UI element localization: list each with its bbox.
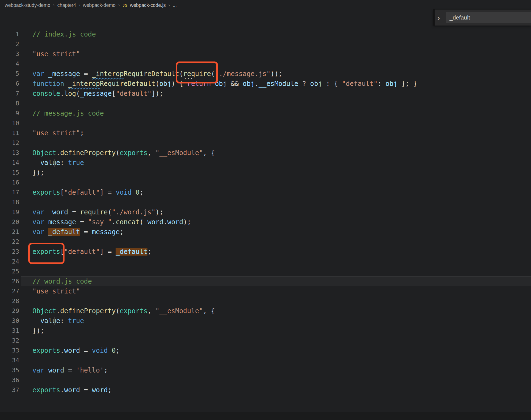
code-line[interactable]: 7console.log(_message["default"]); — [0, 89, 531, 99]
breadcrumb-item[interactable]: webpack-study-demo — [5, 2, 50, 8]
line-number[interactable]: 19 — [0, 207, 19, 217]
code-line[interactable]: 30 value: true — [0, 316, 531, 326]
code-text — [19, 99, 32, 108]
line-number[interactable]: 22 — [0, 237, 19, 247]
code-text — [19, 237, 32, 247]
code-text: console.log(_message["default"]); — [19, 89, 163, 99]
find-match-highlight: _default — [116, 248, 147, 256]
code-line[interactable]: 35var word = 'hello'; — [0, 365, 531, 375]
find-input[interactable] — [446, 12, 531, 23]
line-number[interactable]: 37 — [0, 385, 19, 395]
code-line[interactable]: 19var _word = require("./word.js"); — [0, 207, 531, 217]
line-number[interactable]: 12 — [0, 138, 19, 148]
line-number[interactable]: 25 — [0, 267, 19, 276]
code-line[interactable]: 17exports["default"] = void 0; — [0, 187, 531, 197]
code-line[interactable]: 10 — [0, 118, 531, 128]
code-line[interactable]: 8 — [0, 99, 531, 108]
code-text: "use strict" — [19, 49, 80, 59]
code-line[interactable]: 23exports["default"] = _default; — [0, 247, 531, 257]
line-number[interactable]: 29 — [0, 306, 19, 316]
code-text: function _interopRequireDefault(obj) { r… — [19, 79, 417, 89]
code-text — [19, 138, 32, 148]
line-number[interactable]: 21 — [0, 227, 19, 237]
code-text — [19, 257, 32, 267]
line-number[interactable]: 7 — [0, 89, 19, 99]
code-area[interactable]: 1// index.js code23"use strict"45var _me… — [0, 29, 531, 395]
code-line[interactable]: 11"use strict"; — [0, 128, 531, 138]
line-number[interactable]: 15 — [0, 168, 19, 178]
code-line[interactable]: 37exports.word = word; — [0, 385, 531, 395]
line-number[interactable]: 36 — [0, 375, 19, 385]
code-line[interactable]: 24 — [0, 257, 531, 267]
code-line[interactable]: 25 — [0, 267, 531, 276]
code-line[interactable]: 36 — [0, 375, 531, 385]
line-number[interactable]: 6 — [0, 79, 19, 89]
breadcrumb-separator-icon: › — [53, 3, 55, 8]
code-line[interactable]: 1// index.js code — [0, 29, 531, 39]
line-number[interactable]: 10 — [0, 118, 19, 128]
line-number[interactable]: 8 — [0, 99, 19, 108]
line-number[interactable]: 32 — [0, 336, 19, 346]
breadcrumb-item[interactable]: chapter4 — [57, 2, 76, 8]
code-text — [19, 59, 32, 69]
editor[interactable]: 1// index.js code23"use strict"45var _me… — [0, 29, 531, 395]
code-line[interactable]: 5var _message = _interopRequireDefault(r… — [0, 69, 531, 79]
code-line[interactable]: 4 — [0, 59, 531, 69]
line-number[interactable]: 27 — [0, 286, 19, 296]
code-line[interactable]: 21var _default = message; — [0, 227, 531, 237]
line-number[interactable]: 4 — [0, 59, 19, 69]
line-number[interactable]: 31 — [0, 326, 19, 336]
code-line[interactable]: 26// word.js code — [0, 276, 531, 286]
find-widget: › — [433, 10, 531, 26]
line-number[interactable]: 5 — [0, 69, 19, 79]
line-number[interactable]: 18 — [0, 197, 19, 207]
line-number[interactable]: 30 — [0, 316, 19, 326]
line-number[interactable]: 14 — [0, 158, 19, 168]
code-line[interactable]: 31}); — [0, 326, 531, 336]
line-number[interactable]: 17 — [0, 187, 19, 197]
code-line[interactable]: 15}); — [0, 168, 531, 178]
breadcrumb-item[interactable]: webpack-demo — [83, 2, 116, 8]
line-number[interactable]: 13 — [0, 148, 19, 158]
line-number[interactable]: 16 — [0, 178, 19, 187]
code-line[interactable]: 20var message = "say ".concat(_word.word… — [0, 217, 531, 227]
code-line[interactable]: 33exports.word = void 0; — [0, 346, 531, 355]
line-number[interactable]: 2 — [0, 39, 19, 49]
line-number[interactable]: 28 — [0, 296, 19, 306]
breadcrumb-item[interactable]: ... — [173, 2, 177, 8]
code-line[interactable]: 28 — [0, 296, 531, 306]
line-number[interactable]: 1 — [0, 29, 19, 39]
code-line[interactable]: 34 — [0, 355, 531, 365]
find-widget-resize-sash[interactable] — [433, 9, 435, 26]
code-line[interactable]: 18 — [0, 197, 531, 207]
line-number[interactable]: 24 — [0, 257, 19, 267]
line-number[interactable]: 34 — [0, 355, 19, 365]
code-line[interactable]: 22 — [0, 237, 531, 247]
code-text — [19, 39, 32, 49]
code-line[interactable]: 6function _interopRequireDefault(obj) { … — [0, 79, 531, 89]
code-line[interactable]: 27"use strict" — [0, 286, 531, 296]
code-line[interactable]: 29Object.defineProperty(exports, "__esMo… — [0, 306, 531, 316]
code-line[interactable]: 3"use strict" — [0, 49, 531, 59]
line-number[interactable]: 11 — [0, 128, 19, 138]
code-line[interactable]: 13Object.defineProperty(exports, "__esMo… — [0, 148, 531, 158]
code-line[interactable]: 2 — [0, 39, 531, 49]
code-line[interactable]: 14 value: true — [0, 158, 531, 168]
line-number[interactable]: 20 — [0, 217, 19, 227]
line-number[interactable]: 23 — [0, 247, 19, 257]
code-text: var _word = require("./word.js"); — [19, 207, 163, 217]
code-line[interactable]: 32 — [0, 336, 531, 346]
breadcrumb-separator-icon: › — [118, 3, 120, 8]
toggle-replace-chevron-icon[interactable]: › — [437, 10, 440, 26]
line-number[interactable]: 26 — [0, 276, 19, 286]
breadcrumb-item[interactable]: webpack-code.js — [130, 2, 166, 8]
code-line[interactable]: 12 — [0, 138, 531, 148]
breadcrumb-separator-icon: › — [168, 3, 170, 8]
line-number[interactable]: 35 — [0, 365, 19, 375]
code-line[interactable]: 16 — [0, 178, 531, 187]
line-number[interactable]: 9 — [0, 108, 19, 118]
line-number[interactable]: 3 — [0, 49, 19, 59]
code-line[interactable]: 9// message.js code — [0, 108, 531, 118]
breadcrumb-separator-icon: › — [79, 3, 80, 8]
line-number[interactable]: 33 — [0, 346, 19, 355]
